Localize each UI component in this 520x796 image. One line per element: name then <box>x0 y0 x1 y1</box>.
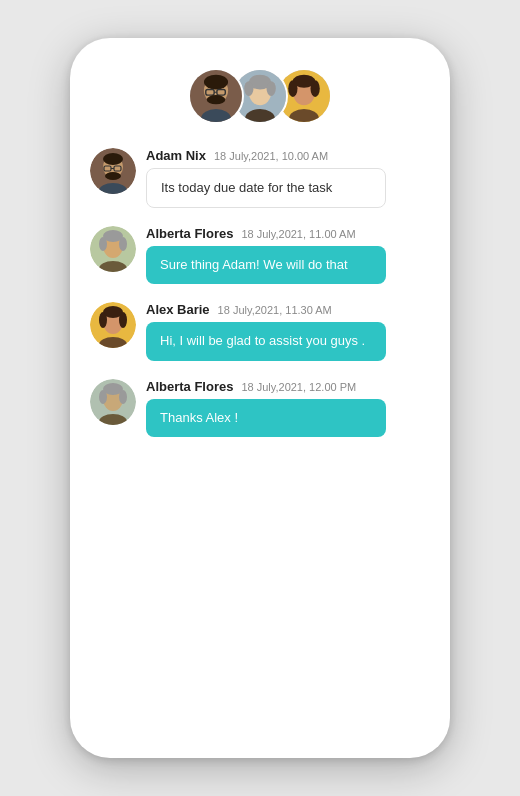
msg-time-3: 18 July,2021, 11.30 AM <box>218 304 332 316</box>
msg-bubble-4: Thanks Alex ! <box>146 399 386 437</box>
svg-point-40 <box>119 312 127 328</box>
msg-content-4: Alberta Flores 18 July,2021, 12.00 PM Th… <box>146 379 430 437</box>
msg-bubble-3: Hi, I will be glad to assist you guys . <box>146 322 386 360</box>
sender-name-2: Alberta Flores <box>146 226 233 241</box>
msg-avatar-alex <box>90 302 136 348</box>
svg-point-20 <box>311 80 320 97</box>
svg-point-27 <box>105 172 121 180</box>
sender-name-1: Adam Nix <box>146 148 206 163</box>
svg-point-7 <box>207 95 226 104</box>
sender-name-3: Alex Barie <box>146 302 210 317</box>
svg-point-3 <box>204 75 228 90</box>
msg-meta-4: Alberta Flores 18 July,2021, 12.00 PM <box>146 379 430 394</box>
svg-point-14 <box>267 81 276 96</box>
msg-meta-1: Adam Nix 18 July,2021, 10.00 AM <box>146 148 430 163</box>
svg-point-13 <box>244 81 253 96</box>
msg-meta-3: Alex Barie 18 July,2021, 11.30 AM <box>146 302 430 317</box>
msg-content-2: Alberta Flores 18 July,2021, 11.00 AM Su… <box>146 226 430 284</box>
msg-time-2: 18 July,2021, 11.00 AM <box>241 228 355 240</box>
msg-avatar-alberta2 <box>90 379 136 425</box>
message-row-2: Alberta Flores 18 July,2021, 11.00 AM Su… <box>90 226 430 284</box>
message-row-4: Alberta Flores 18 July,2021, 12.00 PM Th… <box>90 379 430 437</box>
svg-point-19 <box>288 80 297 97</box>
msg-time-4: 18 July,2021, 12.00 PM <box>241 381 356 393</box>
msg-content-1: Adam Nix 18 July,2021, 10.00 AM Its toda… <box>146 148 430 208</box>
svg-point-23 <box>103 153 123 165</box>
avatar-group <box>188 68 332 124</box>
msg-bubble-2: Sure thing Adam! We will do that <box>146 246 386 284</box>
msg-avatar-adam <box>90 148 136 194</box>
sender-name-4: Alberta Flores <box>146 379 233 394</box>
svg-point-39 <box>99 312 107 328</box>
message-row-1: Adam Nix 18 July,2021, 10.00 AM Its toda… <box>90 148 430 208</box>
svg-point-33 <box>99 237 107 251</box>
msg-meta-2: Alberta Flores 18 July,2021, 11.00 AM <box>146 226 430 241</box>
msg-content-3: Alex Barie 18 July,2021, 11.30 AM Hi, I … <box>146 302 430 360</box>
avatar-adam <box>188 68 244 124</box>
phone-frame: Adam Nix 18 July,2021, 10.00 AM Its toda… <box>70 38 450 758</box>
msg-bubble-1: Its today due date for the task <box>146 168 386 208</box>
msg-avatar-alberta <box>90 226 136 272</box>
svg-point-45 <box>99 390 107 404</box>
msg-time-1: 18 July,2021, 10.00 AM <box>214 150 328 162</box>
chat-container: Adam Nix 18 July,2021, 10.00 AM Its toda… <box>90 148 430 437</box>
message-row-3: Alex Barie 18 July,2021, 11.30 AM Hi, I … <box>90 302 430 360</box>
svg-point-46 <box>119 390 127 404</box>
svg-point-34 <box>119 237 127 251</box>
